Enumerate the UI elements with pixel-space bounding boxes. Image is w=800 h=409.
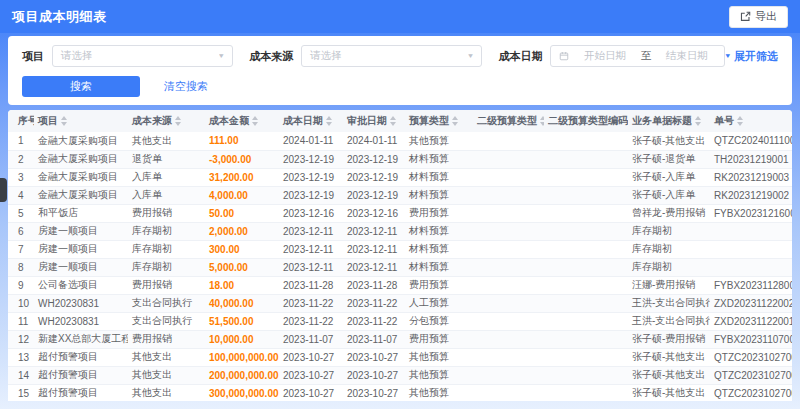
cell-cost_source: 费用报销 xyxy=(128,330,205,348)
cell-cost_date: 2023-12-11 xyxy=(279,258,343,276)
cell-doc_no: ZXD20231122001 xyxy=(710,312,792,330)
cell-index: 2 xyxy=(8,150,34,168)
cell-approval_date: 2023-12-11 xyxy=(343,258,405,276)
cell-cost_source: 支出合同执行 xyxy=(128,312,205,330)
sort-icon[interactable] xyxy=(695,116,701,126)
expand-filters-link[interactable]: ▾ 展开筛选 xyxy=(725,49,778,64)
table-row: 8房建一顺项目库存期初5,000.002023-12-112023-12-11材… xyxy=(8,258,792,276)
cell-cost_source: 库存期初 xyxy=(128,240,205,258)
cell-approval_date: 2023-12-19 xyxy=(343,168,405,186)
cell-project: 房建一顺项目 xyxy=(34,240,128,258)
table-row: 3金融大厦采购项目入库单31,200.002023-12-192023-12-1… xyxy=(8,168,792,186)
cell-doc_title: 库存期初 xyxy=(628,222,710,240)
cell-cost_source: 其他支出 xyxy=(128,348,205,366)
cell-sub_budget_code xyxy=(544,312,628,330)
cell-cost_date: 2023-12-16 xyxy=(279,204,343,222)
cell-cost_date: 2023-11-07 xyxy=(279,330,343,348)
cell-budget_type: 其他预算 xyxy=(405,348,473,366)
cell-doc_title: 张子硕-入库单 xyxy=(628,186,710,204)
cell-index: 6 xyxy=(8,222,34,240)
cell-budget_type: 材料预算 xyxy=(405,240,473,258)
sort-icon[interactable] xyxy=(737,116,743,126)
cell-doc_title: 张子硕-入库单 xyxy=(628,168,710,186)
column-label: 项目 xyxy=(38,115,58,126)
column-header-sub_budget_code[interactable]: 二级预算类型编码 xyxy=(544,110,628,132)
cell-sub_budget_code xyxy=(544,240,628,258)
cell-cost_source: 其他支出 xyxy=(128,132,205,150)
cell-cost_date: 2023-12-11 xyxy=(279,222,343,240)
cell-budget_type: 分包预算 xyxy=(405,312,473,330)
table-row: 4金融大厦采购项目入库单4,000.002023-12-192023-12-19… xyxy=(8,186,792,204)
column-header-cost_date[interactable]: 成本日期 xyxy=(279,110,343,132)
column-header-project[interactable]: 项目 xyxy=(34,110,128,132)
cell-sub_budget_type xyxy=(473,366,544,384)
search-button[interactable]: 搜索 xyxy=(22,76,140,97)
cost-detail-table: 序号项目成本来源成本金额成本日期审批日期预算类型二级预算类型二级预算类型编码业务… xyxy=(8,110,792,401)
page-title: 项目成本明细表 xyxy=(12,8,107,26)
export-button[interactable]: 导出 xyxy=(729,6,788,28)
table-row: 14超付预警项目其他支出200,000,000.002023-10-272023… xyxy=(8,366,792,384)
table-header-row: 序号项目成本来源成本金额成本日期审批日期预算类型二级预算类型二级预算类型编码业务… xyxy=(8,110,792,132)
project-select[interactable]: 请选择 ▾ xyxy=(52,45,233,67)
cost-source-select[interactable]: 请选择 ▾ xyxy=(301,45,482,67)
table-row: 9公司备选项目费用报销18.002023-11-282023-11-28费用预算… xyxy=(8,276,792,294)
cell-sub_budget_type xyxy=(473,186,544,204)
cell-sub_budget_code xyxy=(544,258,628,276)
cell-cost_amount: 100,000,000.00 xyxy=(205,348,279,366)
sidebar-collapse-handle[interactable] xyxy=(0,178,7,202)
sort-icon[interactable] xyxy=(452,116,458,126)
start-date-placeholder: 开始日期 xyxy=(575,49,634,63)
cell-cost_date: 2023-12-11 xyxy=(279,240,343,258)
cell-approval_date: 2023-10-27 xyxy=(343,384,405,401)
cell-doc_no xyxy=(710,258,792,276)
cell-project: 金融大厦采购项目 xyxy=(34,186,128,204)
cell-project: 房建一顺项目 xyxy=(34,258,128,276)
cell-cost_source: 退货单 xyxy=(128,150,205,168)
column-header-approval_date[interactable]: 审批日期 xyxy=(343,110,405,132)
sort-icon[interactable] xyxy=(390,116,396,126)
cell-cost_date: 2023-10-27 xyxy=(279,366,343,384)
column-label: 成本金额 xyxy=(209,115,249,126)
cell-sub_budget_type xyxy=(473,330,544,348)
table-row: 2金融大厦采购项目退货单-3,000.002023-12-192023-12-1… xyxy=(8,150,792,168)
cell-budget_type: 费用预算 xyxy=(405,204,473,222)
sort-icon[interactable] xyxy=(61,116,67,126)
cell-doc_no xyxy=(710,222,792,240)
cell-cost_amount: 300.00 xyxy=(205,240,279,258)
cell-doc_no: QTZC20231027002 xyxy=(710,366,792,384)
column-header-doc_no[interactable]: 单号 xyxy=(710,110,792,132)
expand-filters-label: 展开筛选 xyxy=(734,49,778,64)
cell-approval_date: 2023-11-28 xyxy=(343,276,405,294)
cell-approval_date: 2023-10-27 xyxy=(343,348,405,366)
cell-budget_type: 材料预算 xyxy=(405,168,473,186)
column-header-sub_budget_type[interactable]: 二级预算类型 xyxy=(473,110,544,132)
sort-icon[interactable] xyxy=(252,116,258,126)
cell-project: 超付预警项目 xyxy=(34,366,128,384)
cell-doc_no: RK20231219002 xyxy=(710,186,792,204)
cell-sub_budget_type xyxy=(473,204,544,222)
column-header-cost_amount[interactable]: 成本金额 xyxy=(205,110,279,132)
cost-date-range-input[interactable]: 开始日期 至 结束日期 xyxy=(550,45,725,67)
sort-icon[interactable] xyxy=(175,116,181,126)
clear-search-button[interactable]: 清空搜索 xyxy=(164,79,208,94)
column-label: 业务单据标题 xyxy=(632,115,692,126)
table-row: 10WH20230831支出合同执行40,000.002023-11-22202… xyxy=(8,294,792,312)
cell-cost_amount: 200,000,000.00 xyxy=(205,366,279,384)
cell-sub_budget_type xyxy=(473,294,544,312)
cell-project: 超付预警项目 xyxy=(34,348,128,366)
cell-index: 7 xyxy=(8,240,34,258)
cost-source-select-placeholder: 请选择 xyxy=(310,49,342,63)
table-row: 11WH20230831支出合同执行51,500.002023-11-22202… xyxy=(8,312,792,330)
cell-cost_source: 入库单 xyxy=(128,168,205,186)
cell-project: 超付预警项目 xyxy=(34,384,128,401)
column-header-budget_type[interactable]: 预算类型 xyxy=(405,110,473,132)
cell-doc_no: QTZC20231027002 xyxy=(710,348,792,366)
cell-sub_budget_type xyxy=(473,348,544,366)
cell-index: 3 xyxy=(8,168,34,186)
cell-budget_type: 费用预算 xyxy=(405,276,473,294)
column-header-doc_title[interactable]: 业务单据标题 xyxy=(628,110,710,132)
sort-icon[interactable] xyxy=(540,116,544,126)
column-header-cost_source[interactable]: 成本来源 xyxy=(128,110,205,132)
sort-icon[interactable] xyxy=(326,116,332,126)
cell-sub_budget_type xyxy=(473,150,544,168)
